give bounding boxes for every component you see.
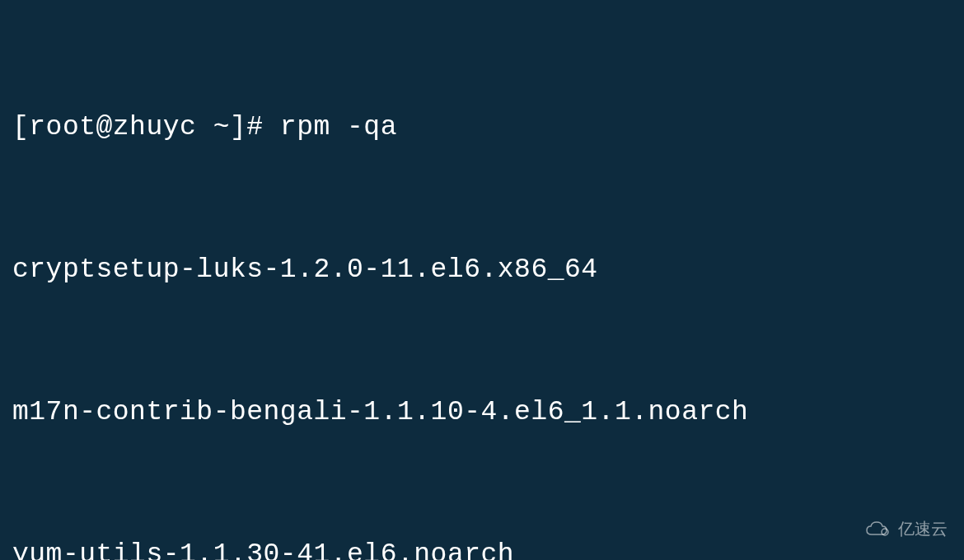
watermark-text: 亿速云: [898, 515, 948, 544]
package-line: m17n-contrib-bengali-1.1.10-4.el6_1.1.no…: [12, 389, 952, 436]
cloud-icon: [863, 520, 893, 539]
package-line: cryptsetup-luks-1.2.0-11.el6.x86_64: [12, 246, 952, 294]
package-line: yum-utils-1.1.30-41.el6.noarch: [12, 531, 952, 560]
command-prompt-line: [root@zhuyc ~]# rpm -qa: [12, 104, 952, 152]
watermark: 亿速云: [863, 515, 948, 544]
terminal-output[interactable]: [root@zhuyc ~]# rpm -qa cryptsetup-luks-…: [12, 8, 952, 560]
